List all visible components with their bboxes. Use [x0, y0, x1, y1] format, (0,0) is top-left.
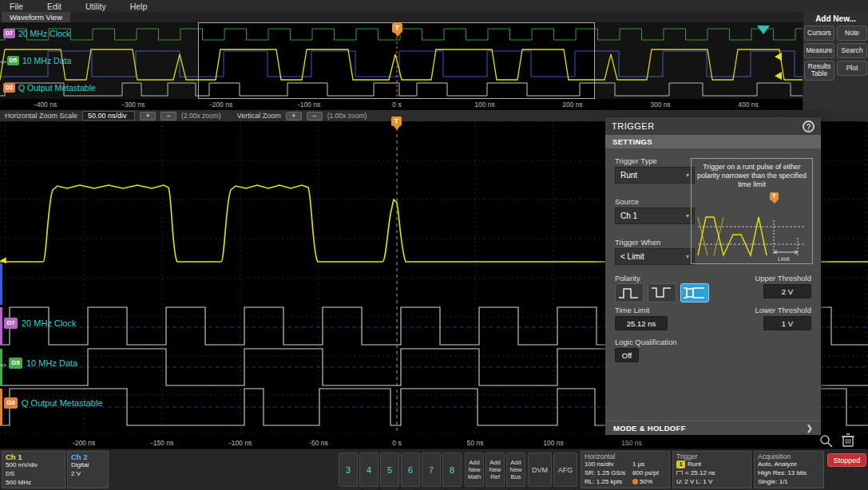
channel-d5-badge: D5 [7, 56, 19, 65]
menu-help[interactable]: Help [130, 2, 148, 11]
main-channel-d7[interactable]: D7 20 MHz Clock [4, 318, 76, 329]
horizontal-zoom-scale-value[interactable]: 50.00 ns/div [82, 111, 135, 121]
dvm-button[interactable]: DVM [528, 452, 552, 487]
trigger-panel-header[interactable]: TRIGGER ? [605, 117, 821, 135]
trigger-type-value: Runt [620, 171, 637, 180]
vertical-zoom-decrease-button[interactable]: − [307, 112, 323, 121]
ch1-scale: 500 mV/div [6, 461, 61, 470]
runt-either-icon [681, 284, 708, 302]
overview-channel-d3[interactable]: D3 Q Output Metastable [3, 83, 96, 93]
trigger-type-dropdown[interactable]: Runt ▾ [615, 167, 695, 184]
main-time-label: -100 ns [229, 439, 252, 447]
menu-file[interactable]: File [10, 2, 23, 11]
time-limit-value[interactable]: 25.12 ns [615, 316, 668, 330]
acquisition-detail: High Res: 13 bits [758, 469, 820, 478]
add-new-math-button[interactable]: Add New Math [465, 452, 484, 487]
overview-time-label: 400 ns [738, 101, 759, 109]
overview-channel-d5[interactable]: D5 10 MHz Data [7, 56, 71, 65]
overview-time-label: 300 ns [650, 101, 671, 109]
main-time-label: -150 ns [151, 439, 173, 447]
horizontal-record-length: RL: 1.25 kpts [585, 478, 632, 487]
channel-1-badge-tile[interactable]: Ch 1 500 mV/div DS 500 MHz [2, 451, 65, 488]
channel-d5-label: 10 MHz Data [22, 56, 71, 65]
add-measure-button[interactable]: Measure [804, 43, 834, 58]
horizontal-sample-rate: SR: 1.25 GS/s [585, 469, 632, 478]
channel-3-button[interactable]: 3 [339, 452, 358, 487]
position-icon [632, 479, 638, 484]
channel-d3-badge: D3 [3, 83, 15, 93]
vertical-zoom-increase-button[interactable]: + [286, 112, 302, 121]
d7-strip [0, 307, 2, 345]
runt-glyph-icon [676, 471, 683, 475]
main-channel-d3[interactable]: D3 Q Output Metastable [4, 397, 103, 409]
trigger-source-badge: 1 [676, 460, 685, 468]
logic-qualification-toggle[interactable]: Off [615, 348, 639, 362]
lower-threshold-value[interactable]: 1 V [763, 316, 811, 330]
run-stop-status-button[interactable]: Stopped [827, 453, 866, 467]
settings-section-header: SETTINGS [605, 135, 821, 148]
horizontal-scale: 100 ns/div [585, 460, 632, 469]
overview-strip[interactable]: T D7 20 MHz Clock <> D5 10 MHz Data D3 Q… [0, 22, 803, 110]
channel-d7-badge: D7 [4, 318, 18, 329]
magnifier-icon[interactable] [819, 434, 834, 449]
trash-icon[interactable] [840, 432, 856, 448]
tab-waveform-view[interactable]: Waveform View [2, 12, 70, 22]
channel-d7-label: 20 MHz Clock [22, 318, 76, 328]
trigger-settings-panel: TRIGGER ? SETTINGS Trigger Type Runt ▾ S… [605, 117, 821, 435]
channel-d5-badge: D5 [9, 358, 22, 369]
channel-8-button[interactable]: 8 [442, 452, 462, 487]
mode-holdoff-label: MODE & HOLDOFF [613, 424, 686, 433]
ref-word: Ref [486, 473, 504, 480]
menu-utility[interactable]: Utility [85, 2, 106, 11]
source-dropdown[interactable]: Ch 1 ▾ [615, 207, 695, 224]
add-new-title: Add New... [803, 14, 868, 23]
channel-select-icon[interactable]: <> [0, 58, 6, 65]
vertical-zoom-label: Vertical Zoom [237, 112, 281, 120]
menu-edit[interactable]: Edit [47, 2, 61, 11]
trigger-position-icon[interactable]: T [392, 23, 402, 33]
add-new-bus-button[interactable]: Add New Bus [506, 452, 525, 487]
upper-threshold-value[interactable]: 2 V [763, 284, 811, 298]
horizontal-zoom-increase-button[interactable]: + [140, 112, 156, 121]
search-marker-icon [757, 26, 770, 34]
main-channel-d5[interactable]: D5 10 MHz Data [9, 358, 77, 369]
add-note-button[interactable]: Note [837, 26, 867, 41]
add-results-table-button[interactable]: Results Table [804, 61, 834, 81]
horizontal-position-value: 50% [640, 478, 652, 485]
horizontal-settings-tile[interactable]: Horizontal 100 ns/div 1 µs SR: 1.25 GS/s… [581, 451, 670, 488]
channel-select-icon[interactable]: <> [0, 362, 6, 369]
channel-4-button[interactable]: 4 [359, 452, 379, 487]
chevron-right-icon: ❯ [807, 424, 813, 433]
add-search-button[interactable]: Search [837, 43, 867, 58]
trigger-status-tile[interactable]: Trigger 1Runt < 25.12 ns U: 2 V L: 1 V [672, 451, 751, 488]
upper-threshold-arrow-icon[interactable] [775, 53, 782, 61]
runt-positive-polarity-button[interactable] [615, 283, 644, 302]
tab-row: Waveform View [0, 12, 868, 22]
runt-either-polarity-button[interactable] [680, 283, 709, 302]
mode-holdoff-section[interactable]: MODE & HOLDOFF ❯ [605, 421, 821, 435]
horizontal-zoom-decrease-button[interactable]: − [161, 112, 176, 121]
help-icon[interactable]: ? [803, 121, 814, 132]
main-time-label: -200 ns [73, 439, 95, 447]
overview-time-label: -200 ns [210, 101, 232, 109]
trigger-position-icon[interactable]: T [391, 117, 402, 126]
afg-button[interactable]: AFG [553, 452, 577, 487]
lower-threshold-arrow-icon[interactable] [775, 72, 782, 80]
overview-channel-d7[interactable]: D7 20 MHz Clock [3, 29, 70, 38]
lower-threshold-label: Lower Threshold [725, 306, 811, 314]
acquisition-status-tile[interactable]: Acquisition Auto, Analyze High Res: 13 b… [754, 451, 824, 488]
add-new-ref-button[interactable]: Add New Ref [486, 452, 505, 487]
add-cursors-button[interactable]: Cursors [804, 26, 834, 41]
oscilloscope-screen: File Edit Utility Help Waveform View T D… [0, 0, 868, 490]
new-word: New [486, 466, 504, 473]
source-label: Source [615, 197, 639, 206]
channel-7-button[interactable]: 7 [422, 452, 441, 487]
channel-d5-label: 10 MHz Data [26, 358, 77, 368]
channel-6-button[interactable]: 6 [401, 452, 420, 487]
trigger-when-dropdown[interactable]: < Limit ▾ [615, 248, 695, 265]
add-word: Add [486, 459, 504, 466]
runt-negative-polarity-button[interactable] [648, 283, 676, 302]
channel-2-badge-tile[interactable]: Ch 2 Digital 2 V [67, 451, 109, 488]
channel-5-button[interactable]: 5 [380, 452, 399, 487]
add-plot-button[interactable]: Plot [837, 61, 867, 76]
